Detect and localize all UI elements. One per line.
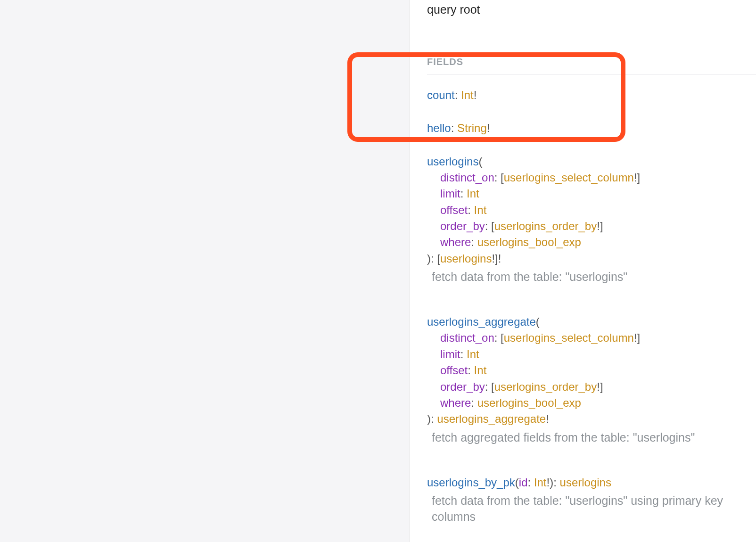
non-null-bang: ! <box>634 331 637 344</box>
arg-name[interactable]: offset <box>440 204 468 216</box>
colon: : <box>527 476 534 489</box>
field-description: fetch data from the table: "userlogins" … <box>427 491 724 525</box>
divider <box>427 74 756 74</box>
arg-name[interactable]: distinct_on <box>440 171 494 184</box>
open-bracket: [ <box>501 171 504 184</box>
colon: : <box>471 396 477 409</box>
field-name[interactable]: userlogins <box>427 155 478 168</box>
open-bracket: [ <box>491 220 494 232</box>
colon: : <box>485 380 491 393</box>
colon: : <box>468 204 474 216</box>
type-link[interactable]: userlogins <box>560 476 611 489</box>
type-link[interactable]: Int <box>534 476 547 489</box>
fields-section-label: FIELDS <box>427 56 756 68</box>
type-link[interactable]: userlogins_order_by <box>494 220 597 232</box>
non-null-bang: ! <box>634 171 637 184</box>
type-link-int[interactable]: Int <box>461 89 474 101</box>
field-name[interactable]: userlogins_by_pk <box>427 476 515 489</box>
close-bracket: ] <box>495 252 498 265</box>
field-count: count: Int! <box>427 88 756 103</box>
non-null-bang: ! <box>546 412 549 425</box>
colon: : <box>431 252 437 265</box>
non-null-bang: ! <box>597 220 600 232</box>
arg-name[interactable]: where <box>440 236 471 248</box>
field-name[interactable]: hello <box>427 122 451 134</box>
close-paren: ) <box>550 476 553 489</box>
editor-pane[interactable] <box>0 0 410 542</box>
arg-name[interactable]: where <box>440 396 471 409</box>
type-link[interactable]: userlogins_order_by <box>494 380 597 393</box>
close-paren: ) <box>427 252 431 265</box>
field-userlogins-aggregate: userlogins_aggregate( distinct_on: [user… <box>427 314 756 445</box>
open-bracket: [ <box>491 380 494 393</box>
field-hello: hello: String! <box>427 121 756 136</box>
type-link-string[interactable]: String <box>457 122 487 134</box>
docs-pane[interactable]: query root FIELDS count: Int! hello: Str… <box>410 0 756 542</box>
type-link[interactable]: userlogins_aggregate <box>437 412 546 425</box>
arg-name[interactable]: order_by <box>440 220 485 232</box>
colon: : <box>451 122 457 134</box>
type-link[interactable]: Int <box>474 364 487 377</box>
colon: : <box>494 331 501 344</box>
colon: : <box>460 348 467 361</box>
type-link[interactable]: userlogins <box>440 252 492 265</box>
arg-name[interactable]: order_by <box>440 380 485 393</box>
colon: : <box>553 476 559 489</box>
open-bracket: [ <box>501 331 504 344</box>
close-paren: ) <box>427 412 431 425</box>
field-name[interactable]: count <box>427 89 455 101</box>
colon: : <box>460 187 467 200</box>
field-description: fetch aggregated fields from the table: … <box>427 428 724 446</box>
type-link[interactable]: userlogins_select_column <box>504 331 634 344</box>
type-link[interactable]: Int <box>474 204 487 216</box>
open-paren: ( <box>515 476 519 489</box>
colon: : <box>455 89 461 101</box>
close-bracket: ] <box>600 220 603 232</box>
type-link[interactable]: Int <box>467 187 479 200</box>
field-userlogins-by-pk: userlogins_by_pk(id: Int!): userlogins f… <box>427 475 756 525</box>
arg-name[interactable]: id <box>519 476 528 489</box>
non-null-bang: ! <box>597 380 600 393</box>
open-bracket: [ <box>437 252 440 265</box>
close-bracket: ] <box>600 380 603 393</box>
type-description: query root <box>427 0 756 23</box>
open-paren: ( <box>536 315 540 328</box>
field-name[interactable]: userlogins_aggregate <box>427 315 536 328</box>
type-link[interactable]: userlogins_bool_exp <box>477 236 581 248</box>
type-link[interactable]: userlogins_select_column <box>504 171 634 184</box>
open-paren: ( <box>478 155 482 168</box>
arg-name[interactable]: offset <box>440 364 468 377</box>
field-userlogins: userlogins( distinct_on: [userlogins_sel… <box>427 154 756 285</box>
type-link[interactable]: Int <box>467 348 479 361</box>
arg-name[interactable]: distinct_on <box>440 331 494 344</box>
non-null-bang: ! <box>498 252 501 265</box>
colon: : <box>431 412 437 425</box>
non-null-bang: ! <box>487 122 490 134</box>
non-null-bang: ! <box>474 89 477 101</box>
colon: : <box>494 171 501 184</box>
colon: : <box>471 236 477 248</box>
colon: : <box>485 220 491 232</box>
arg-name[interactable]: limit <box>440 187 460 200</box>
close-bracket: ] <box>637 331 641 344</box>
colon: : <box>468 364 474 377</box>
arg-name[interactable]: limit <box>440 348 460 361</box>
type-link[interactable]: userlogins_bool_exp <box>477 396 581 409</box>
field-description: fetch data from the table: "userlogins" <box>427 267 724 285</box>
close-bracket: ] <box>637 171 641 184</box>
